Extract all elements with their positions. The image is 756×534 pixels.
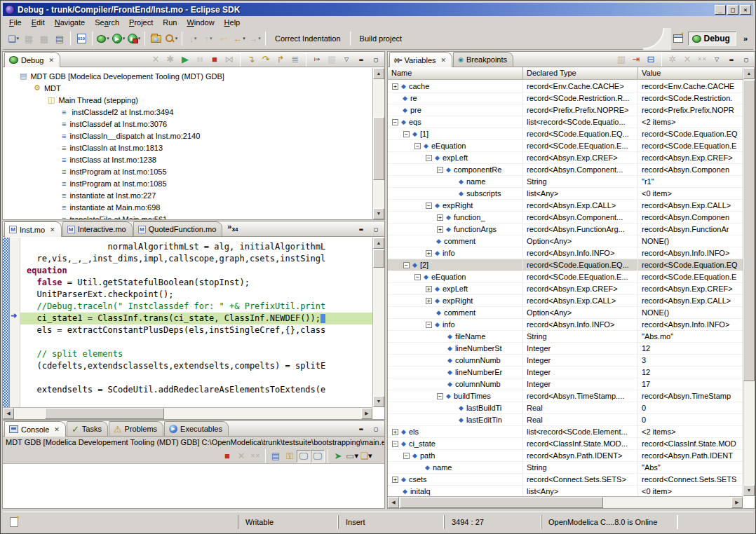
variable-row[interactable]: −◆eEquationrecord<SCode.EEquation.E...re… [388,271,743,283]
debug-button[interactable]: ▾ [95,30,111,47]
menu-navigate[interactable]: Navigate [50,18,90,27]
variable-row[interactable]: −◆ci_staterecord<ClassInf.State.MOD...re… [388,438,743,450]
debug-tree-item[interactable]: ≡instProgram at Inst.mo:1055 [3,165,372,177]
dropdown-arrow-icon[interactable]: ▾ [258,36,261,41]
binary-file-button[interactable]: 010 [74,30,89,47]
console-output[interactable] [3,465,384,508]
open-element-button[interactable] [148,30,163,47]
variable-row[interactable]: ◆columnNumbInteger3 [388,355,743,367]
editor-tab-inst-mo[interactable]: MInst.mo✕ [4,221,62,237]
debug-tree-item[interactable]: ≡translateFile at Main.mo:561 [3,213,372,219]
dropdown-arrow-icon[interactable]: ▾ [368,451,372,460]
back-button[interactable]: ←▾ [231,30,247,47]
editor-overflow-chevron[interactable]: »34 [227,222,238,233]
maximize-button[interactable]: □ [727,5,738,15]
collapse-icon[interactable]: − [392,119,398,125]
step-over-button[interactable]: ↷ [259,53,273,66]
menu-edit[interactable]: Edit [27,18,50,27]
restart-button[interactable]: ✱ [163,53,177,66]
suspend-button[interactable]: ▮▮ [193,53,207,66]
collapse-icon[interactable]: − [426,322,432,328]
tab-console[interactable]: Console✕ [4,421,66,437]
minimize-view-button[interactable]: ▬ [724,53,738,66]
scroll-thumb[interactable] [45,408,164,419]
collapse-icon[interactable]: − [414,143,421,149]
variable-row[interactable]: ◆nameString"r1" [388,176,743,188]
variable-row[interactable]: −◆[1]record<SCode.Equation.EQ...record<S… [388,128,743,140]
variables-hscrollbar[interactable]: ◀ ▶ [388,496,743,508]
collapse-icon[interactable]: − [392,441,398,447]
step-into-button[interactable]: ↴ [244,53,258,66]
terminate-button[interactable]: ■ [220,450,234,463]
variable-row[interactable]: ◆commentOption<Any>NONE() [388,235,743,247]
collapse-icon[interactable]: − [403,131,410,137]
column-header-name[interactable]: Name [388,67,523,79]
new-watch-expression-button[interactable]: ✲ [666,53,680,66]
debug-tree-item[interactable]: ≡instClassdef2 at Inst.mo:3494 [3,106,372,118]
collapse-icon[interactable]: − [414,274,421,280]
expand-icon[interactable]: + [437,214,443,221]
scroll-thumb[interactable] [400,497,603,508]
collapse-icon[interactable]: − [426,155,432,161]
remove-all-terminated-button[interactable]: ✕ [149,53,163,66]
variable-row[interactable]: +◆expLeftrecord<Absyn.Exp.CREF>record<Ab… [388,283,743,295]
maximize-view-button[interactable]: ▢ [369,223,383,235]
debug-tree-item[interactable]: ≡instProgram at Inst.mo:1085 [3,177,372,189]
drop-to-frame-button[interactable]: ≣ [288,53,302,66]
scroll-left-arrow[interactable]: ◀ [388,497,399,508]
variable-row[interactable]: ◆lastEditTinReal0 [388,414,743,426]
collapse-icon[interactable]: − [426,203,432,209]
debug-tree-item[interactable]: ▤MDT GDB [Modelica Developement Tooling … [3,70,372,82]
variable-row[interactable]: ◆commentOption<Any>NONE() [388,307,743,319]
column-header-value[interactable]: Value [638,67,755,79]
debug-vscrollbar[interactable]: ▲ ▼ [372,68,384,219]
variable-row[interactable]: ◆prerecord<Prefix.Prefix.NOPRE>record<Pr… [388,104,743,116]
expand-icon[interactable]: + [392,477,398,483]
variable-row[interactable]: +◆elslist<record<SCode.Element...<2 item… [388,426,743,438]
debug-perspective-button[interactable]: Debug [688,32,736,46]
variable-row[interactable]: +◆csetsrecord<Connect.Sets.SETS>record<C… [388,474,743,486]
variable-row[interactable]: ◆rerecord<SCode.Restriction.R...record<S… [388,93,743,104]
print-button[interactable]: ▤ [52,30,67,47]
dropdown-arrow-icon[interactable]: ▾ [17,36,20,41]
variable-row[interactable]: −◆inforecord<Absyn.Info.INFO>record<Absy… [388,319,743,331]
open-perspective-button[interactable] [671,32,685,45]
show-type-names-button[interactable]: ▥ [614,53,628,66]
dropdown-arrow-icon[interactable]: ▾ [123,36,126,41]
variable-row[interactable]: −◆expLeftrecord<Absyn.Exp.CREF>record<Ab… [388,152,743,164]
dropdown-arrow-icon[interactable]: ▾ [243,36,245,41]
dropdown-arrow-icon[interactable]: ▾ [354,451,358,460]
debug-tree-item[interactable]: ≡instantiate at Main.mo:698 [3,201,372,213]
build-project-button[interactable]: Build project [353,30,409,47]
column-header-declared-type[interactable]: Declared Type [523,67,638,79]
minimize-view-button[interactable]: ▬ [354,53,368,66]
dropdown-arrow-icon[interactable]: ▾ [107,36,109,41]
step-filters-button[interactable]: ▦ [325,53,339,66]
scroll-down-arrow[interactable]: ▼ [743,485,755,496]
variable-row[interactable]: +◆expRightrecord<Absyn.Exp.CALL>record<A… [388,295,743,307]
variable-row[interactable]: −◆[2]record<SCode.Equation.EQ...record<S… [388,259,743,271]
variable-row[interactable]: −◆componentRerecord<Absyn.Component...re… [388,164,743,176]
tab-breakpoints[interactable]: ◉Breakpoints [453,52,513,67]
variable-row[interactable]: +◆cacherecord<Env.Cache.CACHE>record<Env… [388,81,743,93]
collapse-all-button[interactable]: ⊟ [644,53,658,66]
open-console-button[interactable]: ❏▾ [359,450,373,463]
remove-all-button[interactable]: ✕✕ [695,53,709,66]
title-bar[interactable]: Debug - trunk/Compiler/FrontEnd/Inst.mo … [3,3,753,16]
debug-tree-item[interactable]: ≡instClass at Inst.mo:1238 [3,153,372,165]
debug-tree-item[interactable]: ◫Main Thread (stepping) [3,94,372,106]
tab-problems[interactable]: ⚠Problems [109,421,163,436]
expand-icon[interactable]: + [426,298,432,304]
tab-close-icon[interactable]: ✕ [50,226,55,233]
run-button[interactable]: ▶▾ [111,30,126,47]
remove-all-terminated-button[interactable]: ✕✕ [248,450,262,463]
tab-debug[interactable]: Debug ✕ [4,52,60,67]
collapse-icon[interactable]: − [437,167,443,173]
maximize-view-button[interactable]: ▢ [369,423,383,435]
remove-launch-button[interactable]: ✕ [234,450,248,463]
menu-window[interactable]: Window [182,18,219,27]
remove-selected-button[interactable]: ✕ [680,53,694,66]
next-annotation-button[interactable]: ↓▾ [185,30,201,47]
dropdown-arrow-icon[interactable]: ▾ [194,36,197,41]
tab-close-icon[interactable]: ✕ [54,426,60,433]
